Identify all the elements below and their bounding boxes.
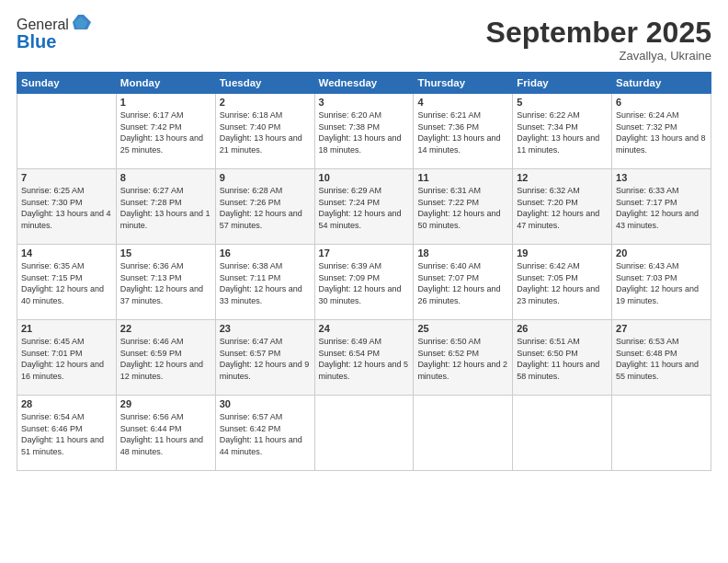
- week-row-4: 21Sunrise: 6:45 AMSunset: 7:01 PMDayligh…: [17, 320, 711, 396]
- cell-info: Sunrise: 6:42 AMSunset: 7:05 PMDaylight:…: [517, 260, 608, 306]
- cell-4-6: [612, 396, 711, 471]
- day-number: 1: [120, 97, 211, 108]
- cell-4-0: 28Sunrise: 6:54 AMSunset: 6:46 PMDayligh…: [17, 396, 117, 471]
- cell-3-4: 25Sunrise: 6:50 AMSunset: 6:52 PMDayligh…: [414, 320, 513, 396]
- cell-0-4: 4Sunrise: 6:21 AMSunset: 7:36 PMDaylight…: [414, 94, 513, 169]
- cell-info: Sunrise: 6:32 AMSunset: 7:20 PMDaylight:…: [517, 185, 608, 231]
- cell-4-4: [414, 396, 513, 471]
- cell-info: Sunrise: 6:20 AMSunset: 7:38 PMDaylight:…: [319, 109, 410, 155]
- day-number: 3: [319, 97, 410, 108]
- day-number: 9: [220, 172, 311, 183]
- cell-4-1: 29Sunrise: 6:56 AMSunset: 6:44 PMDayligh…: [116, 396, 215, 471]
- cell-1-1: 8Sunrise: 6:27 AMSunset: 7:28 PMDaylight…: [116, 169, 215, 245]
- cell-1-2: 9Sunrise: 6:28 AMSunset: 7:26 PMDaylight…: [215, 169, 314, 245]
- cell-info: Sunrise: 6:51 AMSunset: 6:50 PMDaylight:…: [517, 336, 608, 382]
- day-number: 12: [517, 172, 608, 183]
- cell-info: Sunrise: 6:35 AMSunset: 7:15 PMDaylight:…: [21, 260, 112, 306]
- day-number: 16: [220, 247, 311, 259]
- cell-info: Sunrise: 6:40 AMSunset: 7:07 PMDaylight:…: [417, 260, 508, 306]
- col-monday: Monday: [116, 73, 215, 94]
- cell-info: Sunrise: 6:38 AMSunset: 7:11 PMDaylight:…: [220, 260, 311, 306]
- cell-info: Sunrise: 6:47 AMSunset: 6:57 PMDaylight:…: [220, 336, 311, 382]
- cell-3-6: 27Sunrise: 6:53 AMSunset: 6:48 PMDayligh…: [612, 320, 711, 396]
- cell-info: Sunrise: 6:54 AMSunset: 6:46 PMDaylight:…: [21, 411, 112, 457]
- week-row-2: 7Sunrise: 6:25 AMSunset: 7:30 PMDaylight…: [17, 169, 711, 245]
- cell-4-2: 30Sunrise: 6:57 AMSunset: 6:42 PMDayligh…: [215, 396, 314, 471]
- week-row-1: 1Sunrise: 6:17 AMSunset: 7:42 PMDaylight…: [17, 94, 711, 169]
- title-block: September 2025 Zavallya, Ukraine: [486, 17, 711, 63]
- cell-info: Sunrise: 6:46 AMSunset: 6:59 PMDaylight:…: [120, 336, 211, 382]
- cell-1-4: 11Sunrise: 6:31 AMSunset: 7:22 PMDayligh…: [414, 169, 513, 245]
- day-number: 15: [120, 247, 211, 259]
- cell-info: Sunrise: 6:28 AMSunset: 7:26 PMDaylight:…: [220, 185, 311, 231]
- cell-2-6: 20Sunrise: 6:43 AMSunset: 7:03 PMDayligh…: [612, 245, 711, 320]
- cell-info: Sunrise: 6:36 AMSunset: 7:13 PMDaylight:…: [120, 260, 211, 306]
- cell-3-1: 22Sunrise: 6:46 AMSunset: 6:59 PMDayligh…: [116, 320, 215, 396]
- day-number: 18: [417, 247, 508, 259]
- cell-3-5: 26Sunrise: 6:51 AMSunset: 6:50 PMDayligh…: [513, 320, 612, 396]
- day-number: 2: [220, 97, 311, 108]
- cell-info: Sunrise: 6:25 AMSunset: 7:30 PMDaylight:…: [21, 185, 112, 231]
- cell-info: Sunrise: 6:18 AMSunset: 7:40 PMDaylight:…: [220, 109, 311, 155]
- cell-1-3: 10Sunrise: 6:29 AMSunset: 7:24 PMDayligh…: [314, 169, 414, 245]
- cell-info: Sunrise: 6:21 AMSunset: 7:36 PMDaylight:…: [417, 109, 508, 155]
- cell-info: Sunrise: 6:53 AMSunset: 6:48 PMDaylight:…: [616, 336, 707, 382]
- cell-info: Sunrise: 6:17 AMSunset: 7:42 PMDaylight:…: [120, 109, 211, 155]
- cell-0-1: 1Sunrise: 6:17 AMSunset: 7:42 PMDaylight…: [116, 94, 215, 169]
- day-number: 7: [21, 172, 112, 183]
- header: General Blue September 2025 Zavallya, Uk…: [17, 17, 711, 63]
- col-wednesday: Wednesday: [314, 73, 414, 94]
- day-number: 5: [517, 97, 608, 108]
- cell-2-0: 14Sunrise: 6:35 AMSunset: 7:15 PMDayligh…: [17, 245, 117, 320]
- week-row-5: 28Sunrise: 6:54 AMSunset: 6:46 PMDayligh…: [17, 396, 711, 471]
- day-number: 28: [21, 398, 112, 409]
- cell-info: Sunrise: 6:45 AMSunset: 7:01 PMDaylight:…: [21, 336, 112, 382]
- day-number: 27: [616, 323, 707, 334]
- cell-3-2: 23Sunrise: 6:47 AMSunset: 6:57 PMDayligh…: [215, 320, 314, 396]
- month-title: September 2025: [486, 17, 711, 49]
- cell-info: Sunrise: 6:56 AMSunset: 6:44 PMDaylight:…: [120, 411, 211, 457]
- cell-3-0: 21Sunrise: 6:45 AMSunset: 7:01 PMDayligh…: [17, 320, 117, 396]
- page: General Blue September 2025 Zavallya, Uk…: [0, 0, 728, 563]
- day-number: 11: [417, 172, 508, 183]
- location: Zavallya, Ukraine: [486, 49, 711, 63]
- day-number: 19: [517, 247, 608, 259]
- cell-0-5: 5Sunrise: 6:22 AMSunset: 7:34 PMDaylight…: [513, 94, 612, 169]
- calendar-table: Sunday Monday Tuesday Wednesday Thursday…: [17, 72, 711, 471]
- header-row: Sunday Monday Tuesday Wednesday Thursday…: [17, 73, 711, 94]
- cell-info: Sunrise: 6:27 AMSunset: 7:28 PMDaylight:…: [120, 185, 211, 231]
- cell-1-0: 7Sunrise: 6:25 AMSunset: 7:30 PMDaylight…: [17, 169, 117, 245]
- day-number: 22: [120, 323, 211, 334]
- cell-0-2: 2Sunrise: 6:18 AMSunset: 7:40 PMDaylight…: [215, 94, 314, 169]
- day-number: 29: [120, 398, 211, 409]
- col-friday: Friday: [513, 73, 612, 94]
- cell-info: Sunrise: 6:22 AMSunset: 7:34 PMDaylight:…: [517, 109, 608, 155]
- cell-0-6: 6Sunrise: 6:24 AMSunset: 7:32 PMDaylight…: [612, 94, 711, 169]
- cell-info: Sunrise: 6:43 AMSunset: 7:03 PMDaylight:…: [616, 260, 707, 306]
- day-number: 25: [417, 323, 508, 334]
- day-number: 6: [616, 97, 707, 108]
- cell-2-1: 15Sunrise: 6:36 AMSunset: 7:13 PMDayligh…: [116, 245, 215, 320]
- cell-0-3: 3Sunrise: 6:20 AMSunset: 7:38 PMDaylight…: [314, 94, 414, 169]
- day-number: 4: [417, 97, 508, 108]
- day-number: 8: [120, 172, 211, 183]
- col-thursday: Thursday: [414, 73, 513, 94]
- cell-2-4: 18Sunrise: 6:40 AMSunset: 7:07 PMDayligh…: [414, 245, 513, 320]
- day-number: 21: [21, 323, 112, 334]
- cell-0-0: [17, 94, 117, 169]
- cell-info: Sunrise: 6:57 AMSunset: 6:42 PMDaylight:…: [220, 411, 311, 457]
- cell-4-5: [513, 396, 612, 471]
- day-number: 30: [220, 398, 311, 409]
- logo-icon: [71, 13, 91, 33]
- cell-info: Sunrise: 6:29 AMSunset: 7:24 PMDaylight:…: [319, 185, 410, 231]
- day-number: 10: [319, 172, 410, 183]
- day-number: 24: [319, 323, 410, 334]
- day-number: 26: [517, 323, 608, 334]
- cell-3-3: 24Sunrise: 6:49 AMSunset: 6:54 PMDayligh…: [314, 320, 414, 396]
- day-number: 13: [616, 172, 707, 183]
- col-sunday: Sunday: [17, 73, 117, 94]
- col-saturday: Saturday: [612, 73, 711, 94]
- week-row-3: 14Sunrise: 6:35 AMSunset: 7:15 PMDayligh…: [17, 245, 711, 320]
- day-number: 17: [319, 247, 410, 259]
- day-number: 20: [616, 247, 707, 259]
